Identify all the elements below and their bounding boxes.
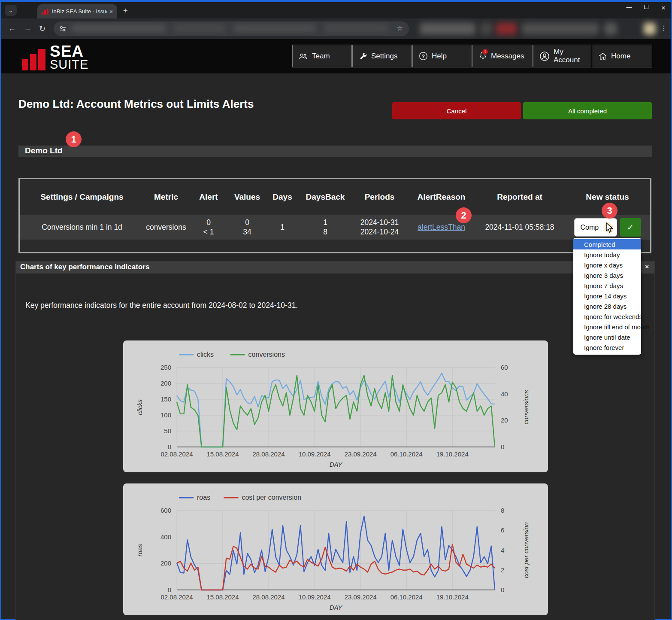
site-favicon (42, 9, 48, 15)
svg-text:?: ? (422, 54, 425, 59)
dropdown-option-completed[interactable]: Completed (573, 239, 641, 249)
dropdown-option-ignore-14-days[interactable]: Ignore 14 days (573, 291, 641, 301)
roas-cpc-chart: 02004006000246802.08.202415.08.202428.08… (123, 483, 548, 615)
svg-text:02.08.2024: 02.08.2024 (160, 593, 193, 601)
svg-text:0: 0 (168, 443, 171, 450)
all-completed-button[interactable]: All completed (523, 102, 652, 119)
nav-settings-label: Settings (371, 52, 397, 61)
col-header-settings-campaigns: Settings / Campaigns (20, 179, 144, 215)
svg-text:DAY: DAY (330, 604, 343, 611)
sea-suite-logo[interactable]: SEA SUITE (22, 44, 88, 70)
charts-section-title: Charts of key performance indicators (20, 263, 149, 271)
dropdown-option-ignore-end-of-month[interactable]: Ignore till end of month (573, 322, 641, 332)
svg-text:15.08.2024: 15.08.2024 (206, 593, 239, 601)
address-bar[interactable]: ☆ (54, 21, 409, 36)
svg-text:150: 150 (160, 395, 171, 403)
svg-text:06.10.2024: 06.10.2024 (390, 593, 423, 601)
logo-text: SEA SUITE (50, 44, 88, 70)
dropdown-option-ignore-forever[interactable]: Ignore forever (573, 342, 641, 353)
svg-text:23.09.2024: 23.09.2024 (345, 450, 377, 458)
browser-tab[interactable]: InBiz SEA Suite - Issues × (37, 4, 117, 18)
confirm-status-button[interactable]: ✓ (620, 218, 641, 237)
col-header-days: Days (265, 179, 300, 215)
status-select-value: Comp (581, 223, 599, 232)
nav-team-button[interactable]: Team (292, 45, 352, 67)
alert-reason-link[interactable]: alertLessThan (418, 223, 465, 232)
svg-text:clicks: clicks (136, 399, 143, 415)
help-circle-icon: ? (419, 52, 428, 61)
chevron-down-icon: ⌄ (9, 7, 13, 14)
blurred-url-text (324, 25, 388, 32)
dropdown-option-ignore-until-date[interactable]: Ignore until date (573, 332, 641, 342)
bookmark-star-icon[interactable]: ☆ (397, 24, 403, 32)
people-icon (299, 52, 308, 60)
svg-text:DAY: DAY (330, 461, 343, 468)
app-header: SEA SUITE Team Settings ? Help ! Message… (1, 39, 671, 73)
svg-text:cost per conversion: cost per conversion (522, 522, 530, 578)
nav-messages-button[interactable]: ! Messages (472, 45, 533, 67)
cell-daysback: 18 (300, 215, 351, 240)
dropdown-option-ignore-28-days[interactable]: Ignore 28 days (573, 301, 641, 311)
blurred-extension (522, 23, 599, 35)
svg-text:200: 200 (160, 380, 171, 387)
nav-home-button[interactable]: Home (592, 45, 652, 67)
close-window-icon[interactable]: × (660, 4, 666, 12)
browser-toolbar: ← → ↻ ☆ ⋮ (1, 18, 671, 39)
svg-text:clicks: clicks (197, 351, 214, 358)
svg-text:8: 8 (501, 507, 504, 514)
tab-title: InBiz SEA Suite - Issues (52, 8, 107, 15)
table-footer-spacer (20, 240, 650, 252)
nav-help-label: Help (432, 52, 447, 61)
svg-text:23.09.2024: 23.09.2024 (345, 593, 377, 601)
svg-text:conversions: conversions (248, 351, 285, 358)
nav-help-button[interactable]: ? Help (412, 45, 472, 67)
account-link[interactable]: Demo Ltd (25, 146, 63, 155)
col-header-alert: Alert (188, 179, 229, 215)
cancel-button[interactable]: Cancel (392, 102, 521, 119)
kebab-menu-icon[interactable]: ⋮ (660, 24, 667, 32)
svg-text:0: 0 (168, 586, 171, 593)
dropdown-option-ignore-3-days[interactable]: Ignore 3 days (573, 270, 641, 280)
blurred-avatar (644, 23, 656, 35)
account-icon (539, 51, 550, 61)
svg-text:10.09.2024: 10.09.2024 (299, 593, 331, 601)
dropdown-option-ignore-x-days[interactable]: Ignore x days (573, 260, 641, 270)
cell-days: 1 (265, 215, 300, 240)
new-tab-button[interactable]: + (123, 6, 128, 15)
browser-window: ⌄ InBiz SEA Suite - Issues × + — × ← → ↻ (0, 0, 672, 620)
dropdown-option-ignore-today[interactable]: Ignore today (573, 249, 641, 260)
tab-search-button[interactable]: ⌄ (5, 5, 17, 16)
charts-section-header: Charts of key performance indicators e × (16, 261, 654, 274)
nav-my-account-button[interactable]: My Account (533, 45, 591, 67)
wrench-icon (359, 52, 367, 61)
svg-text:6: 6 (501, 526, 504, 534)
svg-text:250: 250 (160, 364, 171, 371)
col-header-reported-at: Reported at (475, 179, 565, 215)
annotation-badge-1: 1 (66, 131, 82, 147)
dropdown-option-ignore-7-days[interactable]: Ignore 7 days (573, 280, 641, 291)
maximize-icon[interactable] (644, 5, 648, 9)
minimize-icon[interactable]: — (626, 4, 632, 12)
svg-text:roas: roas (197, 494, 210, 501)
svg-text:0: 0 (501, 443, 504, 450)
home-icon (598, 52, 607, 61)
dropdown-option-ignore-weekends[interactable]: Ignore for weekends (573, 311, 641, 322)
svg-text:28.08.2024: 28.08.2024 (253, 593, 285, 601)
tab-close-icon[interactable]: × (109, 8, 113, 15)
svg-text:100: 100 (160, 411, 171, 419)
notification-badge: ! (482, 49, 488, 55)
back-icon[interactable]: ← (8, 24, 16, 33)
charts-close-icon[interactable]: × (645, 263, 649, 270)
mouse-cursor (605, 222, 615, 234)
nav-messages-label: Messages (491, 52, 524, 61)
blurred-url-text (234, 25, 315, 32)
bell-icon: ! (479, 51, 487, 62)
site-settings-icon[interactable] (59, 25, 67, 34)
nav-my-account-label: My Account (554, 48, 584, 64)
forward-icon[interactable]: → (24, 24, 31, 33)
cell-campaign: Conversions min 1 in 1d (20, 215, 144, 240)
nav-settings-button[interactable]: Settings (352, 45, 412, 67)
svg-text:50: 50 (164, 427, 171, 435)
alerts-table: Settings / Campaigns Metric Alert Values… (18, 178, 651, 253)
reload-icon[interactable]: ↻ (39, 24, 45, 33)
